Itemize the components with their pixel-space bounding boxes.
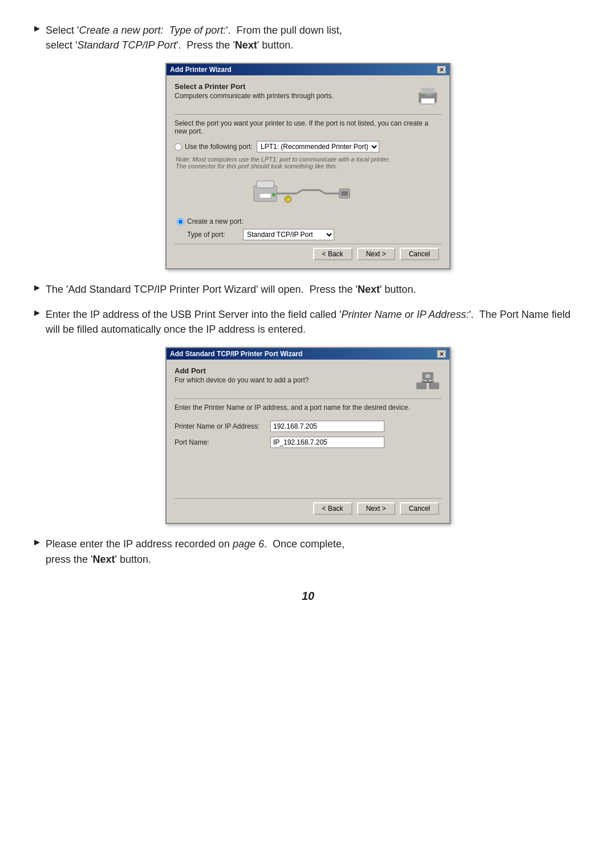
page-number: 10 (34, 590, 582, 603)
bullet-text-2: The 'Add Standard TCP/IP Printer Port Wi… (46, 282, 416, 297)
dialog1-header-text: Select a Printer Port Computers communic… (175, 82, 414, 106)
port-name-label: Port Name: (175, 438, 266, 446)
dialog1-divider (175, 114, 441, 115)
dialog1-title: Add Printer Wizard (170, 66, 232, 74)
printer-cable-svg: ⟳ (251, 174, 365, 208)
add-port-wizard-dialog: Add Standard TCP/IP Printer Port Wizard … (165, 347, 451, 524)
dialog1-section-title: Select a Printer Port (175, 82, 414, 91)
ip-address-label: Printer Name or IP Address: (175, 422, 266, 430)
svg-rect-7 (260, 193, 271, 198)
bullet-arrow-2: ▶ (34, 283, 40, 292)
svg-rect-3 (422, 94, 424, 96)
svg-line-10 (297, 190, 302, 193)
dialog1-buttons: < Back Next > Cancel (175, 244, 441, 263)
dialog1-close-button[interactable]: ✕ (437, 66, 446, 74)
dialog2-section-title: Add Port (175, 366, 414, 375)
printer-illustration: ⟳ (175, 174, 441, 208)
port-name-input[interactable]: IP_192.168.7.205 (270, 437, 384, 448)
dialog2-titlebar: Add Standard TCP/IP Printer Port Wizard … (167, 348, 449, 360)
dialog1-next-button[interactable]: Next > (357, 248, 395, 260)
dialog2-next-button[interactable]: Next > (357, 502, 395, 515)
svg-text:⟳: ⟳ (286, 197, 290, 203)
dialog2-close-button[interactable]: ✕ (437, 350, 446, 358)
svg-rect-18 (416, 382, 427, 389)
bullet-arrow-3: ▶ (34, 308, 40, 317)
bullet-4: ▶ Please enter the IP address recorded o… (34, 537, 582, 566)
svg-rect-1 (421, 88, 435, 94)
dialog2-header-row: Add Port For which device do you want to… (175, 366, 441, 394)
dialog1-radio2-row: Create a new port: (177, 217, 441, 225)
svg-line-22 (422, 381, 428, 382)
dialog2-header-text: Add Port For which device do you want to… (175, 366, 414, 390)
svg-rect-19 (429, 382, 439, 389)
port-type-dropdown[interactable]: Standard TCP/IP Port (243, 229, 334, 240)
svg-point-8 (272, 193, 275, 196)
dialog2-network-icon (414, 366, 441, 394)
dialog2-spacer (175, 453, 441, 498)
use-port-label: Use the following port: (185, 143, 253, 151)
dialog1-body-text: Select the port you want your printer to… (175, 119, 441, 135)
dialog2-back-button[interactable]: < Back (313, 502, 352, 515)
dialog1-titlebar: Add Printer Wizard ✕ (167, 64, 449, 75)
dialog1-header-row: Select a Printer Port Computers communic… (175, 82, 441, 110)
bullet-arrow-4: ▶ (34, 538, 40, 546)
dialog2-cancel-button[interactable]: Cancel (400, 502, 439, 515)
svg-rect-6 (257, 181, 274, 188)
dialog1-body: Select a Printer Port Computers communic… (167, 75, 449, 268)
dialog2-title: Add Standard TCP/IP Printer Port Wizard (170, 350, 302, 358)
create-port-section: Create a new port: Type of port: Standar… (175, 214, 441, 240)
port-type-row: Type of port: Standard TCP/IP Port (177, 229, 441, 240)
bullet-text-3: Enter the IP address of the USB Print Se… (46, 307, 582, 337)
create-port-radio[interactable] (177, 218, 184, 225)
bullet-2: ▶ The 'Add Standard TCP/IP Printer Port … (34, 282, 582, 297)
bullet-text-1: Select 'Create a new port: Type of port:… (46, 23, 342, 53)
create-port-label: Create a new port: (187, 217, 244, 225)
svg-rect-4 (425, 94, 432, 95)
dialog1-radio1-row: Use the following port: LPT1: (Recommend… (175, 141, 441, 152)
dialog2-body: Add Port For which device do you want to… (167, 360, 449, 523)
dialog2-divider (175, 398, 441, 399)
bullet-1: ▶ Select 'Create a new port: Type of por… (34, 23, 582, 53)
ip-address-input[interactable]: 192.168.7.205 (270, 421, 384, 432)
dialog1-printer-icon (414, 82, 441, 110)
dialog2-body-text: Enter the Printer Name or IP address, an… (175, 404, 441, 412)
svg-rect-15 (341, 191, 348, 196)
svg-line-12 (319, 190, 325, 193)
dialog1-section-sub: Computers communicate with printers thro… (175, 92, 414, 100)
dialog1-note: Note: Most computers use the LPT1: port … (175, 156, 441, 170)
port-name-row: Port Name: IP_192.168.7.205 (175, 437, 441, 448)
dialog1-back-button[interactable]: < Back (313, 248, 352, 260)
svg-rect-2 (421, 98, 435, 104)
svg-rect-24 (425, 374, 430, 378)
bullet-arrow-1: ▶ (34, 24, 40, 33)
dialog2-section-sub: For which device do you want to add a po… (175, 376, 414, 384)
ip-address-row: Printer Name or IP Address: 192.168.7.20… (175, 421, 441, 432)
bullet-3: ▶ Enter the IP address of the USB Print … (34, 307, 582, 337)
add-printer-wizard-dialog: Add Printer Wizard ✕ Select a Printer Po… (165, 63, 451, 269)
bullet-text-4: Please enter the IP address recorded on … (46, 537, 345, 566)
dialog1-cancel-button[interactable]: Cancel (400, 248, 439, 260)
use-port-radio[interactable] (175, 143, 182, 151)
port-dropdown[interactable]: LPT1: (Recommended Printer Port) (257, 141, 379, 152)
dialog2-buttons: < Back Next > Cancel (175, 498, 441, 517)
port-type-label: Type of port: (187, 231, 238, 239)
svg-line-23 (428, 381, 434, 382)
